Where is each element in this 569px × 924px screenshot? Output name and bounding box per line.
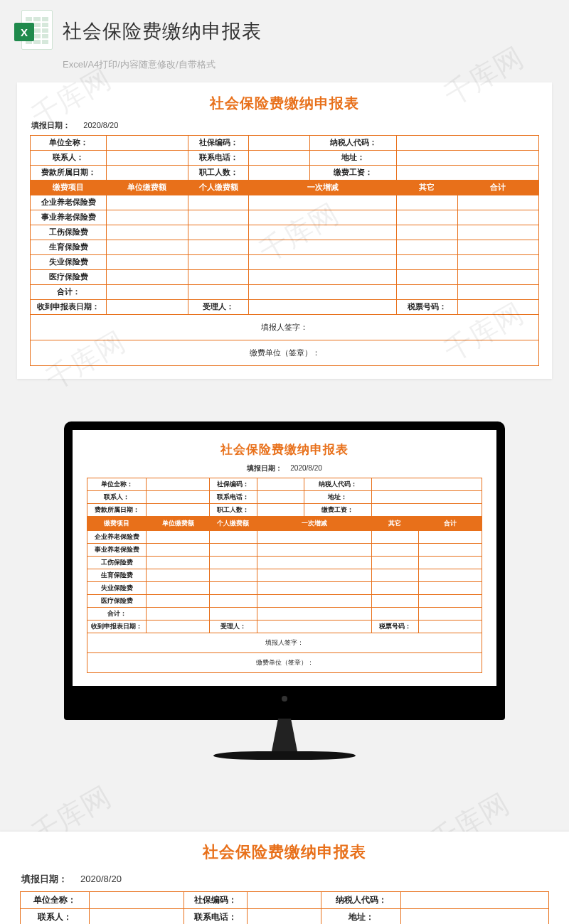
info-row: 联系人： 联系电话： 地址： (31, 151, 539, 166)
fill-date-line: 填报日期： 2020/8/20 (88, 463, 481, 473)
fill-date-line: 填报日期： 2020/8/20 (31, 120, 538, 131)
col-unit-amount: 单位缴费额 (107, 181, 188, 195)
item-label: 工伤保险费 (31, 225, 107, 240)
address-value[interactable] (396, 151, 538, 166)
template-preview-card: 社会保险费缴纳申报表 填报日期： 2020/8/20 单位全称： 社保编码： 纳… (17, 82, 552, 379)
table-row: 失业保险费 (31, 255, 539, 270)
item-label: 事业养老保险费 (31, 210, 107, 225)
item-label: 失业保险费 (31, 255, 107, 270)
declaration-table-small: 单位全称：社保编码：纳税人代码： 联系人：联系电话：地址： 费款所属日期：职工人… (87, 478, 482, 673)
form-title: 社会保险费缴纳申报表 (87, 441, 482, 458)
contact-value[interactable] (107, 151, 188, 166)
ss-code-label: 社保编码： (188, 136, 249, 151)
col-personal-amount: 个人缴费额 (188, 181, 249, 195)
table-header: 缴费项目 单位缴费额 个人缴费额 一次增减 其它 合计 (31, 181, 539, 195)
page-title: 社会保险费缴纳申报表 (63, 18, 262, 44)
filler-sign-row[interactable]: 填报人签字： (31, 315, 539, 340)
address-label: 地址： (310, 151, 397, 166)
item-label: 医疗保险费 (31, 270, 107, 285)
taxpayer-code-value[interactable] (396, 136, 538, 151)
excel-badge: X (14, 23, 34, 41)
col-other: 其它 (396, 181, 457, 195)
receive-date-label: 收到申报表日期： (31, 300, 107, 315)
bottom-strip-preview: 社会保险费缴纳申报表 填报日期： 2020/8/20 单位全称：社保编码：纳税人… (0, 832, 569, 924)
unit-seal-row[interactable]: 缴费单位（签章）： (31, 340, 539, 366)
table-row: 医疗保险费 (31, 270, 539, 285)
page-subtitle: Excel/A4打印/内容随意修改/自带格式 (0, 57, 569, 78)
staff-count-value[interactable] (249, 166, 310, 181)
item-label: 企业养老保险费 (31, 195, 107, 210)
info-row: 费款所属日期： 职工人数： 缴费工资： (31, 166, 539, 181)
phone-label: 联系电话： (188, 151, 249, 166)
col-adjust: 一次增减 (249, 181, 396, 195)
col-total: 合计 (457, 181, 538, 195)
ss-code-value[interactable] (249, 136, 310, 151)
monitor-mockup: 社会保险费缴纳申报表 填报日期： 2020/8/20 单位全称：社保编码：纳税人… (0, 421, 569, 760)
staff-count-label: 职工人数： (188, 166, 249, 181)
accepter-label: 受理人： (188, 300, 249, 315)
pay-wage-value[interactable] (396, 166, 538, 181)
table-row: 企业养老保险费 (31, 195, 539, 210)
unit-name-label: 单位全称： (31, 136, 107, 151)
excel-file-icon: X (14, 10, 53, 53)
declaration-table-strip: 单位全称：社保编码：纳税人代码： 联系人：联系电话：地址： (20, 891, 549, 924)
table-row: 生育保险费 (31, 240, 539, 255)
tax-ticket-label: 税票号码： (396, 300, 457, 315)
contact-label: 联系人： (31, 151, 107, 166)
pay-wage-label: 缴费工资： (310, 166, 397, 181)
unit-name-value[interactable] (107, 136, 188, 151)
page-header: X 社会保险费缴纳申报表 (0, 0, 569, 57)
fill-date-value: 2020/8/20 (83, 121, 118, 129)
taxpayer-code-label: 纳税人代码： (310, 136, 397, 151)
table-row: 工伤保险费 (31, 225, 539, 240)
table-row: 事业养老保险费 (31, 210, 539, 225)
declaration-table: 单位全称： 社保编码： 纳税人代码： 联系人： 联系电话： 地址： 费款所属日期… (30, 135, 539, 366)
form-title: 社会保险费缴纳申报表 (30, 94, 539, 113)
table-row: 合计： (31, 285, 539, 300)
phone-value[interactable] (249, 151, 310, 166)
item-label: 生育保险费 (31, 240, 107, 255)
monitor-power-icon (282, 696, 287, 702)
fill-date-line: 填报日期： 2020/8/20 (21, 873, 548, 886)
info-row: 单位全称： 社保编码： 纳税人代码： (31, 136, 539, 151)
col-item: 缴费项目 (31, 181, 107, 195)
item-total-label: 合计： (31, 285, 107, 300)
period-value[interactable] (107, 166, 188, 181)
form-title: 社会保险费缴纳申报表 (20, 842, 549, 863)
fill-date-label: 填报日期： (31, 121, 70, 129)
footer-info-row: 收到申报表日期： 受理人： 税票号码： (31, 300, 539, 315)
period-label: 费款所属日期： (31, 166, 107, 181)
